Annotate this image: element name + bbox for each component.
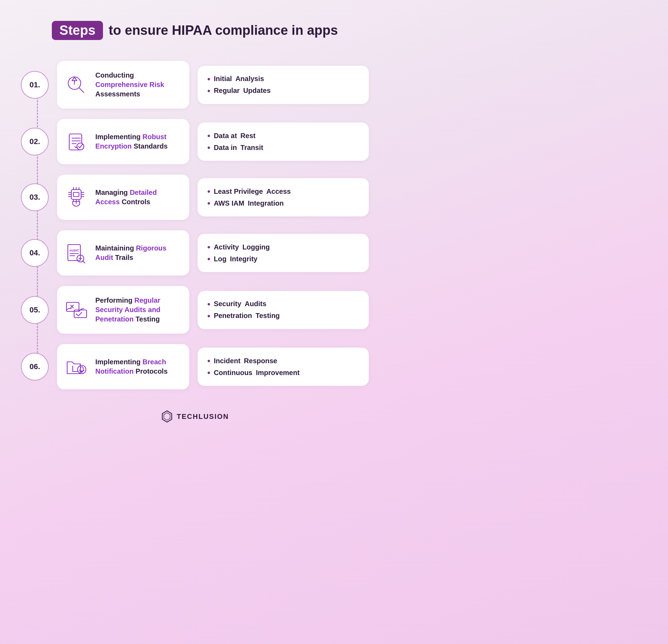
techlusion-icon: [161, 410, 173, 423]
step-detail-item-3-2: AWS IAM Integration: [207, 199, 359, 207]
steps-list: 01. ! Conducting Comprehensive Risk Asse…: [21, 61, 369, 389]
step-number-2: 02.: [21, 128, 49, 156]
step-main-card-1: ! Conducting Comprehensive Risk Assessme…: [57, 61, 189, 109]
svg-line-1: [79, 88, 84, 93]
step-main-title-4: Maintaining Rigorous Audit Trails: [95, 244, 182, 262]
step-main-card-6: Implementing Breach Notification Protoco…: [57, 344, 189, 389]
step-row-1: 01. ! Conducting Comprehensive Risk Asse…: [21, 61, 369, 109]
step-detail-item-2-1: Data at Rest: [207, 132, 359, 140]
step-detail-card-3: Least Privilege AccessAWS IAM Integratio…: [198, 178, 369, 216]
step-detail-item-6-1: Incident Response: [207, 357, 359, 365]
step-detail-item-1-1: Initial Analysis: [207, 75, 359, 83]
step-detail-item-5-1: Security Audits: [207, 300, 359, 308]
step-row-6: 06. Implementing Breach Notification Pro…: [21, 344, 369, 389]
step-main-title-2: Implementing Robust Encryption Standards: [95, 132, 182, 151]
step-number-1: 01.: [21, 71, 49, 99]
svg-text:AUDIT: AUDIT: [69, 249, 79, 252]
step-main-title-6: Implementing Breach Notification Protoco…: [95, 357, 182, 376]
step-icon-5: [64, 298, 88, 322]
svg-rect-25: [68, 245, 80, 261]
step-detail-item-5-2: Penetration Testing: [207, 312, 359, 320]
step-detail-item-4-2: Log Integrity: [207, 255, 359, 263]
step-number-6: 06.: [21, 353, 49, 381]
svg-point-4: [74, 84, 75, 84]
svg-rect-23: [73, 192, 79, 197]
step-icon-3: [64, 185, 88, 209]
step-main-card-5: Performing Regular Security Audits and P…: [57, 286, 189, 334]
step-number-5: 05.: [21, 296, 49, 324]
step-icon-1: !: [64, 73, 88, 97]
step-detail-item-3-1: Least Privilege Access: [207, 187, 359, 196]
step-detail-card-2: Data at RestData in Transit: [198, 122, 369, 161]
step-detail-card-1: Initial AnalysisRegular Updates: [198, 66, 369, 104]
step-detail-item-1-2: Regular Updates: [207, 87, 359, 95]
step-detail-card-4: Activity LoggingLog Integrity: [198, 234, 369, 272]
step-detail-card-6: Incident ResponseContinuous Improvement: [198, 348, 369, 386]
header-title-rest: to ensure HIPAA compliance in apps: [109, 23, 338, 38]
step-row-3: 03. Managing Detailed Access ControlsLea…: [21, 175, 369, 220]
step-number-3: 03.: [21, 183, 49, 211]
step-main-title-1: Conducting Comprehensive Risk Assessment…: [95, 71, 182, 99]
step-row-2: 02. Implementing Robust Encryption Stand…: [21, 119, 369, 164]
step-row-5: 05. Performing Regular Security Audits a…: [21, 286, 369, 334]
step-main-card-3: Managing Detailed Access Controls: [57, 175, 189, 220]
brand-name: TECHLUSION: [177, 413, 229, 421]
step-main-title-5: Performing Regular Security Audits and P…: [95, 296, 182, 324]
step-detail-item-2-2: Data in Transit: [207, 143, 359, 152]
svg-point-39: [81, 372, 82, 373]
step-number-4: 04.: [21, 239, 49, 267]
footer: TECHLUSION: [161, 410, 229, 423]
step-main-card-2: Implementing Robust Encryption Standards: [57, 119, 189, 164]
step-detail-item-6-2: Continuous Improvement: [207, 368, 359, 377]
step-main-card-4: AUDIT Maintaining Rigorous Audit Trails: [57, 230, 189, 276]
step-row-4: 04. AUDIT Maintaining Rigorous Audit Tra…: [21, 230, 369, 276]
step-icon-4: AUDIT: [64, 241, 88, 265]
step-icon-6: [64, 355, 88, 379]
svg-marker-41: [164, 413, 170, 420]
svg-rect-10: [71, 190, 81, 199]
step-icon-2: [64, 129, 88, 154]
step-main-title-3: Managing Detailed Access Controls: [95, 188, 182, 207]
step-detail-card-5: Security AuditsPenetration Testing: [198, 291, 369, 329]
steps-badge: Steps: [52, 21, 103, 40]
brand-logo: TECHLUSION: [161, 410, 229, 423]
page-header: Steps to ensure HIPAA compliance in apps: [52, 21, 338, 40]
step-detail-item-4-1: Activity Logging: [207, 243, 359, 251]
svg-line-30: [83, 261, 85, 263]
